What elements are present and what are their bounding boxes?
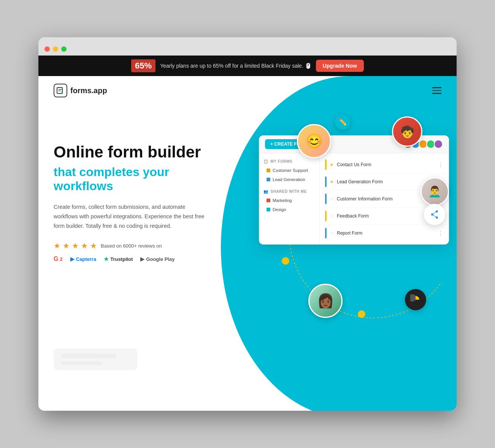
banner-text: Yearly plans are up to 65% off for a lim…: [160, 63, 311, 69]
logo-icon: [54, 84, 67, 97]
sidebar-item-lead-generation[interactable]: Lead Generation: [259, 175, 319, 184]
shared-label: SHARED WITH ME: [271, 189, 307, 194]
form-item-report[interactable]: ☆ Report Form ⋮: [320, 225, 449, 241]
form-color-bar: [325, 176, 327, 187]
yellow-dot-1: [282, 257, 289, 265]
sidebar-item-label: Lead Generation: [273, 177, 305, 182]
form-name: Feedback Form: [337, 213, 435, 219]
hero-description: Create forms, collect form submissions, …: [54, 202, 206, 230]
discount-badge: 65%: [131, 59, 155, 72]
stars-row: ★ ★ ★ ★ ★ Based on 6000+ reviews on: [54, 241, 228, 250]
yellow-dot-2: [358, 310, 365, 318]
person-avatar-1: 😊: [297, 124, 331, 158]
cta-box: [54, 348, 137, 370]
star-empty-icon: ☆: [330, 213, 334, 219]
form-options-button[interactable]: ⋮: [438, 230, 444, 237]
capterra-logo[interactable]: ▶ Capterra: [70, 256, 96, 262]
minimize-button[interactable]: [53, 46, 58, 52]
main-content: forms.app Online form builder that compl…: [38, 76, 457, 411]
trustpilot-logo[interactable]: ★ Trustpilot: [104, 256, 133, 262]
star-4: ★: [81, 241, 88, 250]
upgrade-button[interactable]: Upgrade Now: [316, 60, 364, 72]
star-2: ★: [63, 241, 70, 250]
form-item-contact-us[interactable]: ★ Contact Us Form ⋮: [320, 156, 449, 173]
star-5: ★: [90, 241, 97, 250]
form-color-bar: [325, 228, 327, 238]
menu-button[interactable]: [432, 87, 441, 94]
my-forms-section: 📋 MY FORMS: [259, 158, 319, 165]
person-avatar-4: 👨‍🦱: [420, 177, 449, 206]
form-color-bar: [325, 211, 327, 221]
person-avatar-3: 👩🏾: [308, 284, 343, 318]
pencil-icon-bubble: ✏️: [335, 114, 350, 130]
close-button[interactable]: [44, 46, 50, 52]
sidebar-item-design[interactable]: Design: [259, 205, 319, 214]
browser-window: 65% Yearly plans are up to 65% off for a…: [38, 37, 457, 411]
star-icon: ★: [330, 162, 334, 167]
sidebar-item-label: Design: [273, 207, 286, 212]
sidebar-item-customer-support[interactable]: Customer Support: [259, 166, 319, 175]
my-forms-label: MY FORMS: [271, 159, 293, 164]
review-text: Based on 6000+ reviews on: [101, 243, 162, 249]
hamburger-line-2: [432, 90, 441, 91]
dashboard-body: 📋 MY FORMS Customer Support Lead Generat…: [259, 153, 449, 245]
avatar-5: [434, 140, 443, 149]
form-name: Contact Us Form: [337, 162, 435, 167]
form-options-button[interactable]: ⋮: [438, 161, 444, 168]
hamburger-line-3: [432, 93, 441, 94]
form-name: Report Form: [337, 230, 435, 236]
form-name: Lead Generation Form: [337, 179, 435, 184]
folder-cyan-icon: [267, 208, 270, 211]
star-1: ★: [54, 241, 60, 250]
sidebar-item-marketing[interactable]: Marketing: [259, 196, 319, 205]
shared-section: 👥 SHARED WITH ME: [259, 188, 319, 195]
folder-blue-icon: [267, 178, 270, 181]
logo[interactable]: forms.app: [54, 84, 107, 97]
browser-chrome: [38, 37, 457, 56]
g2-logo[interactable]: G 2: [54, 256, 63, 262]
share-icon-bubble: [424, 204, 445, 225]
hero-subtitle: that completes your workflows: [54, 165, 228, 193]
hero-title: Online form builder: [54, 143, 228, 161]
form-name: Customer Information Form: [337, 196, 435, 202]
folder-orange-icon: [267, 168, 270, 172]
sidebar-item-label: Marketing: [273, 198, 292, 203]
navigation: forms.app: [38, 76, 457, 105]
star-icon: ★: [330, 179, 334, 184]
svg-line-5: [432, 211, 437, 214]
logo-text: forms.app: [70, 86, 107, 95]
review-logos: G 2 ▶ Capterra ★ Trustpilot ▶ Google Pla…: [54, 256, 228, 262]
sidebar-item-label: Customer Support: [273, 168, 308, 173]
star-empty-icon: ☆: [330, 196, 334, 202]
sidebar: 📋 MY FORMS Customer Support Lead Generat…: [259, 153, 320, 245]
person-avatar-2: 🧒: [392, 116, 422, 147]
form-color-bar: [325, 159, 327, 170]
google-play-logo[interactable]: ▶ Google Play: [140, 256, 175, 262]
bottom-hint: [38, 341, 457, 378]
hamburger-line-1: [432, 87, 441, 88]
maximize-button[interactable]: [61, 46, 67, 52]
star-3: ★: [72, 241, 79, 250]
promo-banner: 65% Yearly plans are up to 65% off for a…: [38, 56, 457, 76]
svg-rect-0: [57, 87, 62, 94]
form-color-bar: [325, 194, 327, 204]
chart-icon-bubble: [405, 289, 426, 310]
folder-red-icon: [267, 199, 270, 202]
hero-section: Online form builder that completes your …: [38, 105, 457, 341]
hero-left: Online form builder that completes your …: [54, 120, 228, 262]
svg-line-6: [432, 214, 437, 218]
star-empty-icon: ☆: [330, 230, 334, 236]
hero-right: .dash-line { stroke: #f1c40f; stroke-wid…: [244, 120, 441, 341]
